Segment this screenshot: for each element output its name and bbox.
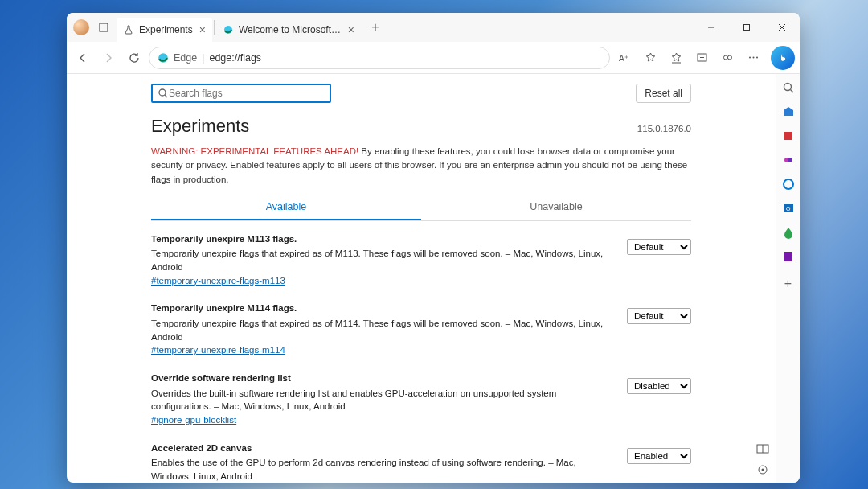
games-icon[interactable] bbox=[781, 153, 796, 167]
settings-icon[interactable] bbox=[756, 463, 771, 478]
new-tab-button[interactable]: + bbox=[364, 16, 387, 39]
address-url: edge://flags bbox=[209, 52, 261, 64]
flag-select[interactable]: DefaultEnabledDisabled bbox=[627, 239, 691, 255]
page-title: Experiments bbox=[151, 116, 249, 137]
toolbar: Edge | edge://flags A⁺ bbox=[67, 42, 800, 74]
svg-point-15 bbox=[752, 57, 754, 59]
svg-point-23 bbox=[784, 84, 791, 91]
version-label: 115.0.1876.0 bbox=[637, 124, 691, 134]
tab-title: Experiments bbox=[139, 24, 193, 35]
read-aloud-button[interactable]: A⁺ bbox=[613, 47, 636, 69]
split-screen-icon[interactable] bbox=[756, 442, 771, 457]
add-sidebar-button[interactable]: + bbox=[781, 277, 796, 291]
close-window-button[interactable] bbox=[764, 16, 800, 39]
svg-point-22 bbox=[762, 469, 764, 471]
svg-point-17 bbox=[159, 89, 166, 96]
back-button[interactable] bbox=[72, 47, 94, 69]
flag-title: Temporarily unexpire M114 flags. bbox=[151, 302, 614, 315]
svg-rect-31 bbox=[784, 252, 792, 261]
edge-icon bbox=[223, 24, 234, 35]
more-button[interactable] bbox=[742, 47, 764, 69]
profile-avatar[interactable] bbox=[73, 19, 89, 35]
tools-icon[interactable] bbox=[781, 129, 796, 143]
tab-welcome[interactable]: Welcome to Microsoft Edge Can × bbox=[216, 18, 361, 42]
extensions-button[interactable] bbox=[716, 47, 739, 69]
svg-point-12 bbox=[723, 55, 727, 60]
bing-button[interactable] bbox=[771, 46, 795, 70]
tab-available[interactable]: Available bbox=[151, 195, 421, 220]
flag-select[interactable]: DefaultEnabledDisabled bbox=[627, 448, 691, 464]
close-icon[interactable]: × bbox=[199, 23, 206, 36]
close-icon[interactable]: × bbox=[348, 23, 354, 36]
sidebar: O + bbox=[776, 74, 800, 483]
svg-rect-0 bbox=[100, 23, 108, 31]
flag-description: Enables the use of the GPU to perform 2d… bbox=[151, 456, 614, 483]
svg-line-24 bbox=[790, 90, 793, 93]
main-content[interactable]: Reset all Experiments 115.0.1876.0 WARNI… bbox=[67, 74, 776, 483]
svg-text:A⁺: A⁺ bbox=[619, 54, 628, 63]
flag-anchor-link[interactable]: #ignore-gpu-blocklist bbox=[151, 415, 236, 425]
minimize-button[interactable] bbox=[694, 16, 729, 39]
maximize-button[interactable] bbox=[729, 16, 764, 39]
svg-point-16 bbox=[756, 57, 758, 59]
search-icon[interactable] bbox=[781, 80, 796, 95]
onenote-icon[interactable] bbox=[781, 249, 796, 264]
edge-icon bbox=[158, 52, 169, 64]
warning-text: WARNING: EXPERIMENTAL FEATURES AHEAD! By… bbox=[151, 145, 691, 187]
flag-anchor-link[interactable]: #temporary-unexpire-flags-m114 bbox=[151, 345, 285, 355]
tab-experiments[interactable]: Experiments × bbox=[117, 18, 212, 42]
reset-all-button[interactable]: Reset all bbox=[636, 84, 691, 103]
tab-unavailable[interactable]: Unavailable bbox=[421, 195, 691, 220]
favorite-button[interactable] bbox=[639, 47, 661, 69]
tab-actions-button[interactable] bbox=[94, 18, 113, 37]
drop-icon[interactable] bbox=[781, 225, 796, 240]
svg-text:O: O bbox=[786, 206, 791, 212]
flag-title: Temporarily unexpire M113 flags. bbox=[151, 232, 614, 246]
browser-window: Experiments × Welcome to Microsoft Edge … bbox=[67, 13, 800, 483]
flag-title: Override software rendering list bbox=[151, 372, 614, 385]
search-flags-box[interactable] bbox=[151, 84, 331, 103]
flag-row: Temporarily unexpire M113 flags. Tempora… bbox=[151, 232, 691, 288]
titlebar: Experiments × Welcome to Microsoft Edge … bbox=[67, 13, 800, 42]
collections-button[interactable] bbox=[690, 47, 713, 69]
flag-description: Temporarily unexpire flags that expired … bbox=[151, 317, 614, 343]
shopping-icon[interactable] bbox=[781, 105, 796, 119]
favorites-bar-button[interactable] bbox=[665, 47, 687, 69]
search-input[interactable] bbox=[169, 88, 325, 99]
tab-title: Welcome to Microsoft Edge Can bbox=[239, 24, 342, 35]
flag-select[interactable]: DefaultEnabledDisabled bbox=[627, 378, 691, 394]
refresh-button[interactable] bbox=[123, 47, 145, 69]
svg-point-27 bbox=[788, 158, 792, 162]
svg-rect-3 bbox=[744, 25, 750, 31]
address-bar[interactable]: Edge | edge://flags bbox=[149, 47, 610, 69]
flag-title: Accelerated 2D canvas bbox=[151, 442, 614, 455]
flag-select[interactable]: DefaultEnabledDisabled bbox=[627, 308, 691, 324]
microsoft365-icon[interactable] bbox=[781, 177, 796, 191]
flag-row: Temporarily unexpire M114 flags. Tempora… bbox=[151, 302, 691, 357]
svg-point-28 bbox=[784, 179, 793, 189]
flag-description: Temporarily unexpire flags that expired … bbox=[151, 247, 614, 273]
flask-icon bbox=[123, 24, 134, 35]
svg-point-14 bbox=[749, 57, 751, 59]
search-icon bbox=[158, 88, 169, 99]
svg-rect-25 bbox=[784, 132, 792, 140]
forward-button[interactable] bbox=[97, 47, 120, 69]
svg-line-18 bbox=[165, 95, 167, 97]
flag-row: Override software rendering list Overrid… bbox=[151, 372, 691, 427]
flag-anchor-link[interactable]: #temporary-unexpire-flags-m113 bbox=[151, 276, 285, 286]
flag-row: Accelerated 2D canvas Enables the use of… bbox=[151, 442, 691, 483]
address-label: Edge bbox=[174, 52, 197, 64]
svg-point-13 bbox=[727, 55, 731, 60]
flag-description: Overrides the built-in software renderin… bbox=[151, 387, 614, 413]
outlook-icon[interactable]: O bbox=[781, 201, 796, 216]
